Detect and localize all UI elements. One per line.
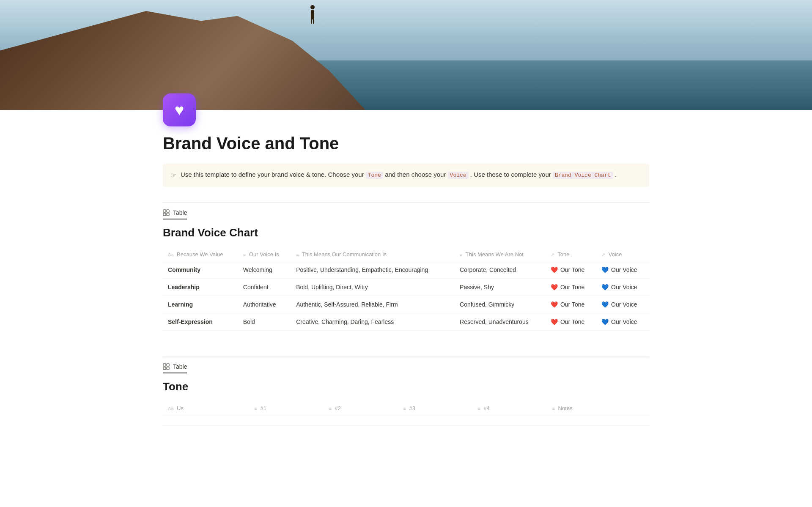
- tone-table: Aa Us ≡ #1 ≡ #2 ≡ #3 ≡ #4 ≡ Notes: [163, 402, 649, 426]
- page-content: ♥ Brand Voice and Tone ☞ Use this templa…: [129, 93, 683, 451]
- tone-section-title: Tone: [163, 380, 649, 393]
- section-divider-2: [163, 356, 649, 356]
- cell-comm-2: Authentic, Self‑Assured, Reliable, Firm: [291, 296, 455, 313]
- brand-voice-chart-tag: Brand Voice Chart: [553, 172, 613, 179]
- cell-value-3: Self‑Expression: [163, 313, 238, 330]
- svg-rect-5: [167, 364, 169, 366]
- cell-voice-is-1: Confident: [238, 278, 291, 296]
- cell-comm-1: Bold, Uplifting, Direct, Witty: [291, 278, 455, 296]
- svg-rect-3: [167, 213, 169, 216]
- tone-col-2: ≡ #2: [324, 402, 398, 415]
- pointing-finger-icon: ☞: [170, 170, 176, 181]
- tone-tbody: [163, 415, 649, 425]
- cell-voice-2: 💙 Our Voice: [596, 296, 649, 313]
- tone-col-notes: ≡ Notes: [547, 402, 649, 415]
- section-gap: [163, 331, 649, 356]
- cell-voice-0: 💙 Our Voice: [596, 261, 649, 278]
- svg-rect-0: [163, 210, 166, 212]
- table-row: Learning Authoritative Authentic, Self‑A…: [163, 296, 649, 313]
- table-label-text-2: Table: [173, 363, 187, 370]
- svg-rect-4: [163, 364, 166, 366]
- cell-voice-is-2: Authoritative: [238, 296, 291, 313]
- table-label-2: Table: [163, 363, 187, 373]
- cell-voice-3: 💙 Our Voice: [596, 313, 649, 330]
- svg-rect-6: [163, 367, 166, 370]
- tone-col-4: ≡ #4: [473, 402, 547, 415]
- cell-value-2: Learning: [163, 296, 238, 313]
- page-icon: ♥: [163, 93, 196, 126]
- cell-not-2: Confused, Gimmicky: [455, 296, 546, 313]
- table-label-text-1: Table: [173, 209, 187, 216]
- cell-tone-0: ❤️ Our Tone: [546, 261, 596, 278]
- table-row: [163, 415, 649, 425]
- tone-tag: Tone: [366, 172, 383, 179]
- svg-rect-7: [167, 367, 169, 370]
- person-silhouette: [309, 5, 316, 22]
- col-header-comm: ≡ This Means Our Communication Is: [291, 248, 455, 261]
- table-row: Self‑Expression Bold Creative, Charming,…: [163, 313, 649, 330]
- cell-value-1: Leadership: [163, 278, 238, 296]
- brand-voice-table: Aa Because We Value ≡ Our Voice Is ≡ Thi…: [163, 248, 649, 331]
- hero-banner: [0, 0, 812, 110]
- col-header-not: ≡ This Means We Are Not: [455, 248, 546, 261]
- cell-value-0: Community: [163, 261, 238, 278]
- tone-col-3: ≡ #3: [398, 402, 472, 415]
- table-header-row: Aa Because We Value ≡ Our Voice Is ≡ Thi…: [163, 248, 649, 261]
- col-header-tone: ↗ Tone: [546, 248, 596, 261]
- cell-tone-1: ❤️ Our Tone: [546, 278, 596, 296]
- cell-voice-1: 💙 Our Voice: [596, 278, 649, 296]
- col-header-voice-is: ≡ Our Voice Is: [238, 248, 291, 261]
- brand-voice-tbody: Community Welcoming Positive, Understand…: [163, 261, 649, 330]
- heart-emoji: ♥: [175, 101, 184, 119]
- col-header-value: Aa Because We Value: [163, 248, 238, 261]
- cell-comm-3: Creative, Charming, Daring, Fearless: [291, 313, 455, 330]
- table-row: Community Welcoming Positive, Understand…: [163, 261, 649, 278]
- voice-tag: Voice: [448, 172, 469, 179]
- info-box: ☞ Use this template to define your brand…: [163, 164, 649, 187]
- cell-comm-0: Positive, Understanding, Empathetic, Enc…: [291, 261, 455, 278]
- cell-tone-2: ❤️ Our Tone: [546, 296, 596, 313]
- cell-not-0: Corporate, Conceited: [455, 261, 546, 278]
- cell-not-1: Passive, Shy: [455, 278, 546, 296]
- brand-voice-chart-title: Brand Voice Chart: [163, 226, 649, 239]
- table-label-1: Table: [163, 209, 187, 219]
- col-header-voice: ↗ Voice: [596, 248, 649, 261]
- cell-not-3: Reserved, Unadventurous: [455, 313, 546, 330]
- svg-rect-1: [167, 210, 169, 212]
- page-title: Brand Voice and Tone: [163, 133, 649, 153]
- tone-col-us: Aa Us: [163, 402, 249, 415]
- cell-voice-is-3: Bold: [238, 313, 291, 330]
- table-icon-2: [163, 363, 170, 370]
- cell-voice-is-0: Welcoming: [238, 261, 291, 278]
- table-icon-1: [163, 209, 170, 216]
- svg-rect-2: [163, 213, 166, 216]
- section-divider-1: [163, 202, 649, 203]
- tone-col-1: ≡ #1: [249, 402, 324, 415]
- cell-tone-3: ❤️ Our Tone: [546, 313, 596, 330]
- table-row: Leadership Confident Bold, Uplifting, Di…: [163, 278, 649, 296]
- info-text: Use this template to define your brand v…: [181, 170, 617, 180]
- tone-header-row: Aa Us ≡ #1 ≡ #2 ≡ #3 ≡ #4 ≡ Notes: [163, 402, 649, 415]
